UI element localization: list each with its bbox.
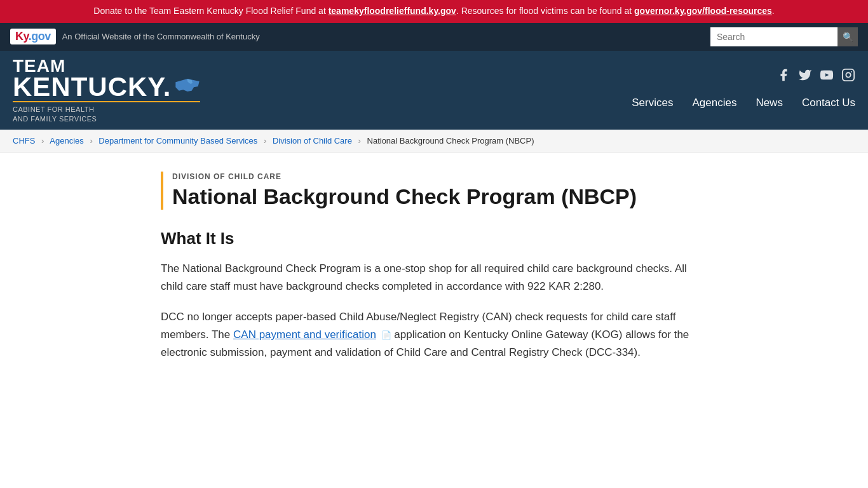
ky-gov-logo: Ky.gov [10,29,56,44]
search-bar: 🔍 [710,27,858,46]
alert-text-end: . [772,6,775,16]
header-right: Services Agencies News Contact Us [632,68,855,112]
social-icons [776,68,855,85]
paragraph-2: DCC no longer accepts paper-based Child … [161,308,707,362]
breadcrumb-dcc[interactable]: Division of Child Care [273,136,352,146]
logo-text-kentucky: KENTUCKY. [13,75,171,99]
alert-text-between: . Resources for flood victims can be fou… [456,6,634,16]
ky-bar: Ky.gov An Official Website of the Common… [0,23,868,51]
ky-official-text: An Official Website of the Commonwealth … [62,32,260,41]
site-header: TEAM KENTUCKY. CABINET FOR HEALTH AND FA… [0,51,868,130]
breadcrumb-sep-1: › [41,136,44,146]
pdf-icon: 📄 [381,329,391,342]
nav-services[interactable]: Services [632,94,673,112]
logo-divider [13,101,200,102]
section-label-content: DIVISION OF CHILD CARE National Backgrou… [172,172,637,210]
logo-subtitle: CABINET FOR HEALTH AND FAMILY SERVICES [13,105,200,123]
page-content: DIVISION OF CHILD CARE National Backgrou… [148,152,720,400]
can-payment-link[interactable]: CAN payment and verification [233,329,376,341]
breadcrumb-chfs[interactable]: CHFS [13,136,35,146]
youtube-icon[interactable] [820,68,834,85]
page-title: National Background Check Program (NBCP) [172,184,637,210]
content-body: What It Is The National Background Check… [161,229,707,362]
nav-agencies[interactable]: Agencies [692,94,736,112]
logo-team-kentucky: TEAM KENTUCKY. [13,57,200,99]
search-input[interactable] [710,27,837,46]
ky-map-icon [175,77,200,96]
facebook-icon[interactable] [776,68,790,85]
logo-area: TEAM KENTUCKY. CABINET FOR HEALTH AND FA… [13,51,200,130]
alert-link2[interactable]: governor.ky.gov/flood-resources [634,6,772,16]
breadcrumb: CHFS › Agencies › Department for Communi… [0,130,868,152]
ky-logo-text: Ky [15,30,29,43]
what-it-is-heading: What It Is [161,229,707,248]
twitter-icon[interactable] [798,68,812,85]
alert-link1[interactable]: teamekyfloodrelieffund.ky.gov [329,6,456,16]
paragraph-1: The National Background Check Program is… [161,260,707,295]
section-label-bar [161,172,163,210]
breadcrumb-dcbs[interactable]: Department for Community Based Services [98,136,257,146]
search-button[interactable]: 🔍 [837,27,858,46]
nav-contact-us[interactable]: Contact Us [802,94,855,112]
breadcrumb-sep-3: › [264,136,266,146]
alert-text-before-link1: Donate to the Team Eastern Kentucky Floo… [93,6,328,16]
breadcrumb-sep-2: › [90,136,92,146]
ky-bar-left: Ky.gov An Official Website of the Common… [10,29,260,44]
instagram-icon[interactable] [841,68,855,85]
logo-text-block: TEAM KENTUCKY. [13,57,200,99]
breadcrumb-current: National Background Check Program (NBCP) [367,136,534,146]
nav-news[interactable]: News [756,94,783,112]
section-label: DIVISION OF CHILD CARE National Backgrou… [161,172,707,210]
alert-banner: Donate to the Team Eastern Kentucky Floo… [0,0,868,23]
section-category: DIVISION OF CHILD CARE [172,172,637,181]
svg-rect-1 [843,69,854,81]
breadcrumb-sep-4: › [358,136,361,146]
main-nav: Services Agencies News Contact Us [632,94,855,112]
ky-logo-dot: .gov [29,30,51,43]
breadcrumb-agencies[interactable]: Agencies [50,136,83,146]
